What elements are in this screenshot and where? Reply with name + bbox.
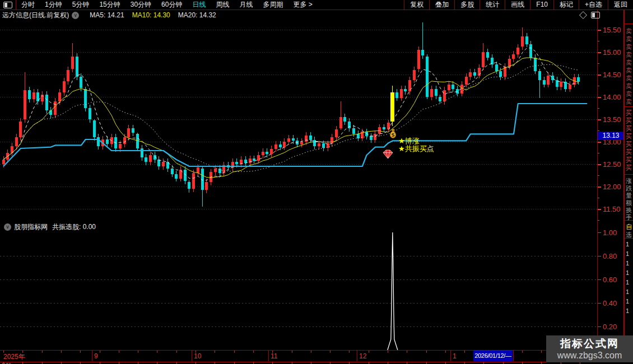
- axis-tick: [426, 351, 427, 353]
- mark-diamond-icon[interactable]: [579, 11, 587, 19]
- indicator-spike: [388, 232, 398, 350]
- axis-tick: [369, 351, 369, 353]
- tab-fenshi[interactable]: 分时: [16, 0, 40, 10]
- candle-body: [331, 137, 333, 143]
- axis-tick-mark: [598, 279, 601, 280]
- fuquan-button[interactable]: 复权: [404, 0, 429, 10]
- candle-body: [192, 173, 195, 189]
- tab-1min[interactable]: 1分钟: [40, 0, 67, 10]
- tab-monthly[interactable]: 月线: [234, 0, 258, 10]
- axis-tick: [176, 351, 177, 353]
- axis-tick: [253, 351, 254, 353]
- axis-tick: [119, 351, 119, 353]
- candle-body: [274, 144, 277, 149]
- candle-body: [197, 167, 199, 173]
- axis-tick: [426, 362, 427, 364]
- axis-tick: [61, 362, 62, 364]
- tab-more[interactable]: 更多 >: [288, 0, 317, 10]
- tab-5min[interactable]: 5分钟: [67, 0, 95, 10]
- back-button[interactable]: 返回: [608, 0, 633, 10]
- overlay-button[interactable]: 叠加: [429, 0, 454, 10]
- axis-tick: [541, 351, 542, 353]
- draw-line-button[interactable]: 画线: [505, 0, 530, 10]
- axis-tick: [349, 362, 350, 364]
- axis-tick-mark: [598, 165, 601, 165]
- axis-tick-mark: [598, 175, 599, 176]
- candle-body: [469, 72, 472, 77]
- candle-body: [257, 155, 260, 161]
- signal-label-gongzhen-buy: ★共振买点: [398, 144, 434, 154]
- clipped-quote-text: 1: [626, 279, 629, 286]
- axis-tick-mark: [598, 41, 599, 41]
- candle-body: [119, 144, 122, 148]
- sub-indicator-chart[interactable]: [0, 232, 597, 350]
- axis-label-month: 11: [271, 352, 277, 360]
- axis-label-month: 1: [453, 352, 457, 360]
- candle-body: [80, 77, 82, 88]
- axis-tick: [215, 362, 215, 364]
- clipped-quote-text: 卖: [626, 58, 632, 67]
- candle-body: [28, 90, 31, 99]
- price-tick: 13.50: [603, 115, 621, 124]
- candle-body: [335, 129, 338, 137]
- candle-body: [499, 71, 502, 77]
- axis-tick: [541, 362, 542, 364]
- chart-title: 远方信息(日线.前复权): [2, 11, 69, 20]
- layout-toggle-button[interactable]: [0, 0, 16, 10]
- axis-tick: [119, 362, 119, 364]
- current-date-badge: 2026/01/12/—: [473, 351, 513, 361]
- clipped-quote-text: 买: [626, 109, 632, 117]
- price-tick: 12.00: [603, 183, 621, 191]
- candle-body: [318, 143, 320, 146]
- candle-body: [339, 117, 342, 128]
- candle-body: [343, 117, 346, 122]
- date-axis: 2025年 9 10 11 12 1 2026/01/12/—: [0, 350, 598, 362]
- split-panel-icon[interactable]: [591, 12, 600, 18]
- candle-body: [19, 122, 22, 137]
- axis-tick: [3, 362, 4, 364]
- axis-tick: [138, 351, 138, 353]
- axis-tick: [445, 351, 446, 353]
- candle-body: [430, 89, 433, 97]
- tab-weekly[interactable]: 周线: [211, 0, 234, 10]
- candle-body: [149, 155, 152, 162]
- tab-60min[interactable]: 60分钟: [156, 0, 187, 10]
- main-candlestick-chart[interactable]: [0, 10, 597, 222]
- candle-body: [127, 128, 130, 137]
- multi-stock-button[interactable]: 多股: [454, 0, 480, 10]
- chevron-down-icon[interactable]: ∨: [72, 12, 79, 19]
- indicator-site-name: 股朋指标网: [14, 222, 48, 232]
- statistics-button[interactable]: 统计: [480, 0, 505, 10]
- tab-30min[interactable]: 30分钟: [125, 0, 156, 10]
- price-tick: 14.50: [603, 71, 621, 79]
- axis-tick: [272, 362, 273, 364]
- axis-tick-mark: [598, 63, 599, 64]
- candle-body: [279, 144, 282, 147]
- indicator-tick: 1.00: [603, 228, 617, 237]
- candle-body: [145, 157, 147, 162]
- axis-tick: [3, 351, 4, 353]
- axis-tick: [157, 351, 157, 353]
- candle-body: [71, 57, 74, 69]
- axis-tick: [272, 351, 273, 353]
- clipped-quote-panel[interactable]: 卖卖卖卖卖卖卖卖卖卖买买买买买买买买涨跌量额换手自选11111111: [623, 10, 633, 361]
- tab-daily[interactable]: 日线: [187, 0, 211, 10]
- clipped-quote-text: 1: [626, 241, 629, 248]
- candle-body: [2, 160, 5, 164]
- axis-tick-mark: [598, 187, 601, 188]
- candle-body: [529, 44, 532, 58]
- candle-body: [305, 136, 308, 142]
- axis-tick: [80, 362, 81, 364]
- chevron-down-icon[interactable]: ∨: [4, 223, 11, 231]
- candle-body: [270, 149, 273, 155]
- add-favorite-button[interactable]: +自选: [579, 0, 608, 10]
- tab-multi-period[interactable]: 多周期: [258, 0, 288, 10]
- axis-tick-mark: [598, 120, 601, 120]
- month-separator: [513, 351, 514, 361]
- f10-button[interactable]: F10: [530, 0, 553, 10]
- mark-button[interactable]: 标记: [553, 0, 579, 10]
- axis-tick: [292, 362, 292, 364]
- indicator-tick: 0.80: [603, 252, 617, 260]
- tab-15min[interactable]: 15分钟: [94, 0, 125, 10]
- candle-body: [292, 138, 295, 141]
